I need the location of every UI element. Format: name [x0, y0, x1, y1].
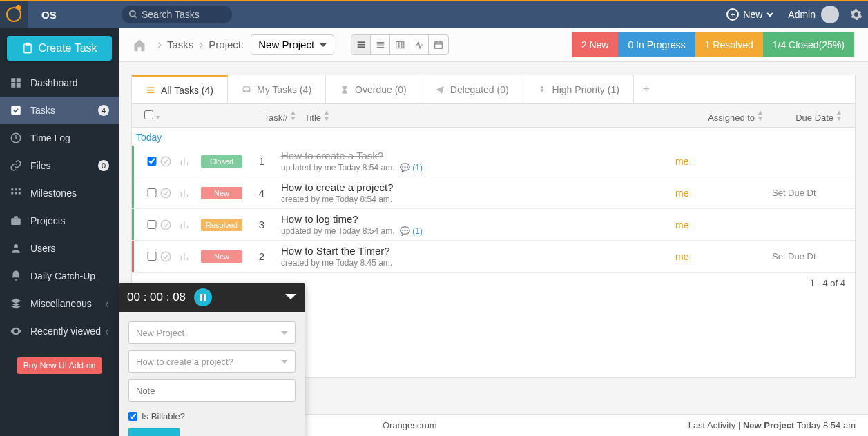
buy-addon-button[interactable]: Buy New UI Add-on — [17, 357, 103, 374]
sidebar-item-recent[interactable]: Recently viewed‹ — [0, 317, 119, 345]
row-checkbox[interactable] — [144, 220, 160, 229]
circle-check-icon[interactable] — [160, 219, 172, 231]
task-number: 2 — [242, 250, 281, 262]
sidebar-item-label: Projects — [30, 215, 66, 226]
svg-rect-53 — [204, 294, 206, 301]
status-pill: New — [201, 250, 242, 263]
app-logo[interactable] — [0, 1, 28, 28]
circle-check-icon[interactable] — [160, 155, 172, 168]
chevron-down-icon[interactable]: ▾ — [156, 113, 160, 121]
view-kanban-icon[interactable] — [390, 35, 409, 54]
sidebar-item-timelog[interactable]: Time Log — [0, 124, 119, 152]
pause-button[interactable] — [194, 288, 212, 306]
task-assignee[interactable]: me — [675, 219, 772, 230]
priority-bar — [132, 209, 134, 240]
svg-point-40 — [161, 188, 171, 198]
view-list-icon[interactable] — [351, 35, 371, 54]
svg-point-0 — [130, 11, 135, 17]
select-all-checkbox[interactable] — [144, 110, 153, 119]
col-assigned-header[interactable]: Assigned to — [708, 112, 755, 123]
create-task-label: Create Task — [38, 42, 97, 54]
timer-task-select[interactable]: How to create a project? — [128, 350, 296, 373]
task-title[interactable]: How to Start the Timer? — [281, 245, 675, 257]
sidebar-item-dashboard[interactable]: Dashboard — [0, 69, 119, 97]
task-row[interactable]: Resolved 3 How to log time?updated by me… — [132, 209, 855, 241]
status-pill: Closed — [201, 155, 242, 168]
new-button[interactable]: + New — [718, 1, 782, 28]
collapse-icon[interactable] — [284, 290, 297, 304]
billable-input[interactable] — [128, 412, 137, 421]
sidebar-item-projects[interactable]: Projects — [0, 207, 119, 235]
save-button[interactable]: Save — [128, 428, 180, 436]
row-checkbox[interactable] — [144, 188, 160, 197]
sort-icon: ▲▼ — [757, 109, 764, 121]
priority-bar — [132, 177, 134, 208]
timer-note-input[interactable] — [128, 379, 296, 402]
add-tab-button[interactable]: + — [634, 75, 659, 103]
task-title[interactable]: How to create a project? — [281, 181, 675, 193]
tab-overdue[interactable]: Overdue (0) — [326, 75, 421, 103]
task-due[interactable]: Set Due Dt — [772, 251, 855, 261]
status-new[interactable]: 2 New — [572, 32, 619, 57]
col-title-header[interactable]: Title — [305, 112, 321, 123]
home-icon[interactable] — [133, 38, 146, 52]
col-due-header[interactable]: Due Date — [795, 112, 833, 123]
svg-rect-13 — [11, 192, 13, 195]
task-title[interactable]: How to create a Task? — [281, 150, 675, 161]
tab-my-tasks[interactable]: My Tasks (4) — [228, 75, 326, 103]
svg-rect-20 — [357, 46, 365, 48]
svg-point-48 — [161, 252, 171, 261]
svg-rect-7 — [17, 83, 21, 88]
view-activity-icon[interactable] — [409, 35, 429, 54]
comment-icon[interactable]: 💬 (1) — [400, 226, 423, 236]
view-compact-icon[interactable] — [371, 35, 390, 54]
tab-delegated[interactable]: Delegated (0) — [421, 75, 523, 103]
svg-rect-10 — [11, 188, 13, 190]
billable-checkbox[interactable]: Is Billable? — [128, 411, 296, 422]
user-icon — [10, 242, 22, 255]
circle-check-icon[interactable] — [160, 250, 172, 263]
search-input[interactable]: Search Tasks — [122, 6, 232, 23]
files-count-badge: 0 — [98, 160, 109, 171]
status-closed[interactable]: 1/4 Closed(25%) — [763, 32, 854, 57]
task-assignee[interactable]: me — [675, 251, 772, 262]
task-title[interactable]: How to log time? — [281, 213, 675, 225]
row-checkbox[interactable] — [144, 252, 160, 261]
user-menu[interactable]: Admin — [782, 1, 845, 28]
task-row[interactable]: Closed 1 How to create a Task?updated by… — [132, 146, 855, 177]
chart-icon[interactable] — [179, 219, 190, 230]
sidebar-item-files[interactable]: Files0 — [0, 152, 119, 179]
circle-check-icon[interactable] — [160, 187, 172, 199]
breadcrumb-tasks[interactable]: Tasks — [167, 39, 193, 50]
task-row[interactable]: New 2 How to Start the Timer?created by … — [132, 241, 855, 272]
timer-task-value: How to create a project? — [136, 357, 233, 367]
status-resolved[interactable]: 1 Resolved — [695, 32, 763, 57]
eye-icon — [10, 325, 22, 337]
sidebar-item-tasks[interactable]: Tasks4 — [0, 97, 119, 124]
sidebar-item-dailycatchup[interactable]: Daily Catch-Up — [0, 262, 119, 290]
chart-icon[interactable] — [179, 251, 190, 262]
view-calendar-icon[interactable] — [429, 35, 448, 54]
task-due[interactable]: Set Due Dt — [772, 188, 855, 198]
task-row[interactable]: New 4 How to create a project?created by… — [132, 177, 855, 209]
chart-icon[interactable] — [179, 156, 190, 167]
project-select[interactable]: New Project — [251, 34, 334, 55]
task-assignee[interactable]: me — [675, 156, 772, 167]
task-assignee[interactable]: me — [675, 188, 772, 199]
row-checkbox[interactable] — [144, 157, 160, 166]
col-task-header[interactable]: Task# — [264, 112, 288, 123]
tab-high-priority[interactable]: High Priority (1) — [523, 75, 634, 103]
status-progress[interactable]: 0 In Progress — [618, 32, 695, 57]
sidebar-item-misc[interactable]: Miscellaneous‹ — [0, 290, 119, 317]
sidebar-item-users[interactable]: Users — [0, 235, 119, 262]
chevron-left-icon: ‹ — [105, 297, 109, 311]
breadcrumb-project-label: Project: — [209, 39, 244, 50]
gear-icon[interactable] — [850, 8, 862, 21]
sidebar-item-milestones[interactable]: Milestones — [0, 179, 119, 207]
create-task-button[interactable]: Create Task — [7, 36, 112, 61]
tab-all-tasks[interactable]: All Tasks (4) — [132, 75, 228, 103]
comment-icon[interactable]: 💬 (1) — [400, 163, 423, 172]
timer-display: 00 : 00 : 08 — [127, 290, 186, 304]
timer-project-select[interactable]: New Project — [128, 321, 296, 344]
chart-icon[interactable] — [179, 188, 190, 199]
